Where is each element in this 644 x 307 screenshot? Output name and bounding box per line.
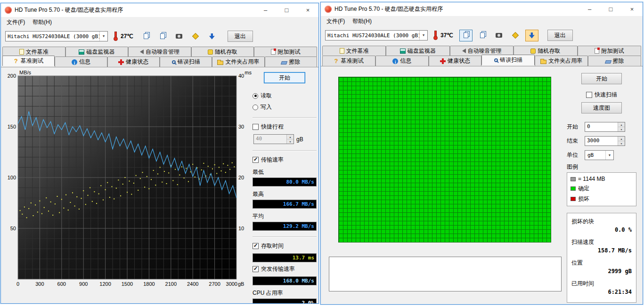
tab-aam[interactable]: 自动噪音管理 — [128, 47, 191, 57]
separator — [253, 117, 317, 118]
scan-start-input[interactable]: 0 — [585, 122, 625, 132]
error-scan-content: 开始 快速扫描 速度图 开始 0 结束 3000 单位 gB — [321, 66, 643, 304]
tab-folder-usage[interactable]: 文件夹占用率 — [535, 56, 588, 66]
minimize-button[interactable]: – — [579, 2, 600, 16]
tab-label: 随机存取 — [215, 48, 237, 56]
random-access-icon — [208, 49, 213, 55]
menu-help[interactable]: 帮助(H) — [29, 17, 56, 28]
save-results-button[interactable] — [525, 30, 538, 41]
spin-down-icon[interactable] — [618, 141, 625, 145]
copy-image-button[interactable] — [156, 31, 169, 42]
tab-label: 随机存取 — [538, 47, 560, 55]
tab-random-access[interactable]: 随机存取 — [514, 46, 577, 56]
download-arrow-icon — [209, 33, 215, 40]
exit-button[interactable]: 退出 — [228, 31, 253, 42]
maximize-button[interactable]: □ — [276, 3, 297, 17]
menu-file[interactable]: 文件(F) — [323, 16, 349, 27]
menu-help[interactable]: 帮助(H) — [349, 16, 375, 27]
legend-block-row: = 1144 MB — [571, 176, 633, 182]
scan-end-input[interactable]: 3000 — [585, 136, 625, 146]
screenshot-button[interactable] — [172, 31, 186, 42]
window-controls: – □ × — [255, 3, 318, 17]
spinner[interactable] — [286, 135, 293, 144]
drive-select[interactable]: Hitachi HUS724030ALE (3000 gB) — [325, 30, 428, 40]
minimize-button[interactable]: – — [255, 3, 276, 17]
access-time-checkbox[interactable]: 存取时间 — [253, 242, 317, 250]
access-time-label: 存取时间 — [261, 242, 284, 250]
spin-up-icon[interactable] — [618, 137, 625, 141]
scan-end-value: 3000 — [585, 137, 618, 145]
menu-file[interactable]: 文件(F) — [3, 17, 29, 28]
tab-info[interactable]: 信息 — [55, 57, 107, 67]
tab-benchmark[interactable]: 基准测试 — [322, 56, 375, 66]
close-button[interactable]: × — [297, 3, 318, 17]
svg-text:2100: 2100 — [165, 281, 177, 287]
start-button[interactable]: 开始 — [264, 72, 305, 83]
burst-rate-checkbox[interactable]: 突发传输速率 — [253, 265, 317, 273]
spin-down-icon[interactable] — [287, 139, 293, 144]
health-cross-icon — [440, 58, 446, 64]
tab-error-scan[interactable]: 错误扫描 — [160, 57, 212, 67]
svg-text:100: 100 — [8, 175, 16, 180]
tab-file-benchmark[interactable]: 文件基准 — [2, 47, 65, 57]
copy-text-button[interactable] — [139, 31, 153, 42]
close-button[interactable]: × — [621, 2, 643, 16]
tab-extra-tests[interactable]: 附加测试 — [578, 46, 641, 56]
palette-icon — [512, 32, 519, 39]
copy-image-button[interactable] — [476, 30, 489, 41]
svg-text:10: 10 — [238, 226, 244, 231]
spin-up-icon[interactable] — [287, 135, 293, 139]
tab-strip: 文件基准 磁盘监视器 自动噪音管理 随机存取 附加测试 基准测试 信息 健康状态… — [321, 44, 643, 66]
checkbox-icon — [586, 92, 592, 98]
tab-disk-monitor[interactable]: 磁盘监视器 — [386, 46, 449, 56]
tab-aam[interactable]: 自动噪音管理 — [450, 46, 514, 56]
quick-scan-checkbox[interactable]: 快速扫描 — [586, 91, 617, 99]
benchmark-icon — [334, 58, 339, 64]
damaged-blocks-value: 0.0 % — [571, 226, 632, 233]
transfer-rate-checkbox[interactable]: 传输速率 — [253, 156, 317, 164]
save-results-button[interactable] — [205, 31, 219, 42]
tab-erase[interactable]: 擦除 — [588, 56, 641, 66]
options-button[interactable] — [509, 30, 522, 41]
tab-random-access[interactable]: 随机存取 — [191, 47, 254, 57]
screenshot-button[interactable] — [492, 30, 505, 41]
tab-extra-tests[interactable]: 附加测试 — [254, 47, 317, 57]
start-button[interactable]: 开始 — [581, 73, 622, 84]
titlebar[interactable]: HD Tune Pro 5.70 - 硬盘/固态硬盘实用程序 – □ × — [321, 2, 643, 16]
spin-down-icon[interactable] — [618, 127, 625, 131]
tab-health[interactable]: 健康状态 — [107, 57, 160, 67]
spinner[interactable] — [618, 122, 625, 131]
short-stroke-checkbox[interactable]: 快捷行程 — [253, 123, 317, 131]
tab-error-scan[interactable]: 错误扫描 — [481, 55, 535, 65]
speed-map-button[interactable]: 速度图 — [581, 102, 622, 113]
drive-select[interactable]: Hitachi HUS724030ALE (3000 gB) — [5, 31, 108, 41]
spinner[interactable] — [618, 137, 625, 145]
exit-button[interactable]: 退出 — [547, 30, 573, 41]
spin-up-icon[interactable] — [618, 122, 625, 127]
tab-disk-monitor[interactable]: 磁盘监视器 — [65, 47, 129, 57]
short-stroke-value: 40 — [254, 135, 286, 144]
toolbar: Hitachi HUS724030ALE (3000 gB) 37℃ 退出 — [321, 26, 643, 44]
titlebar[interactable]: HD Tune Pro 5.70 - 硬盘/固态硬盘实用程序 – □ × — [1, 3, 318, 17]
copy-text-button[interactable] — [459, 30, 473, 41]
copy-image-icon — [160, 33, 165, 39]
scan-block-grid — [338, 77, 551, 242]
options-button[interactable] — [189, 31, 202, 42]
chevron-down-icon — [605, 151, 613, 160]
quick-scan-label: 快速扫描 — [595, 91, 617, 99]
maximize-button[interactable]: □ — [600, 2, 621, 16]
unit-select[interactable]: gB — [585, 150, 614, 160]
svg-text:ms: ms — [245, 70, 252, 75]
window-title: HD Tune Pro 5.70 - 硬盘/固态硬盘实用程序 — [15, 6, 252, 14]
tab-benchmark[interactable]: 基准测试 — [2, 56, 55, 66]
tab-file-benchmark[interactable]: 文件基准 — [322, 46, 386, 56]
tab-health[interactable]: 健康状态 — [429, 56, 482, 66]
short-stroke-input[interactable]: 40 — [253, 134, 294, 144]
tab-info[interactable]: 信息 — [375, 56, 429, 66]
tab-row-2: 基准测试 信息 健康状态 错误扫描 文件夹占用率 擦除 — [322, 56, 641, 66]
tab-erase[interactable]: 擦除 — [265, 57, 317, 67]
write-radio[interactable]: 写入 — [253, 103, 317, 111]
read-radio[interactable]: 读取 — [253, 92, 317, 100]
tab-label: 信息 — [400, 57, 411, 65]
tab-folder-usage[interactable]: 文件夹占用率 — [212, 57, 264, 67]
